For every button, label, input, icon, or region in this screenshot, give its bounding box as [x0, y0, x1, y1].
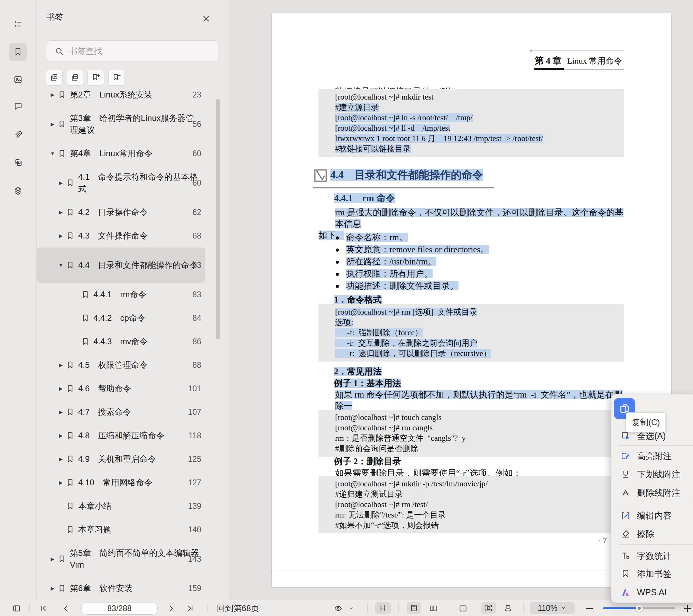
- fit-width-button[interactable]: [501, 600, 515, 616]
- bookmark-item-page: 140: [188, 525, 201, 534]
- word-count-icon: [620, 551, 631, 561]
- collapse-all-button[interactable]: [67, 69, 83, 86]
- rail-thumbnail-icon[interactable]: [9, 71, 27, 88]
- zoom-level-dropdown[interactable]: 110%: [530, 602, 575, 614]
- bookmark-tree-item[interactable]: 4.4.2 cp命令84: [37, 306, 228, 330]
- menu-item[interactable]: 高亮附注: [611, 448, 693, 464]
- menu-item[interactable]: WPS AI: [611, 584, 693, 600]
- bookmark-tree-item[interactable]: ▼第4章 Linux常用命令60: [37, 142, 228, 165]
- bookmark-item-page: 88: [192, 361, 201, 370]
- rail-bookmark-icon[interactable]: [9, 43, 27, 61]
- menu-item[interactable]: 编辑内容: [611, 507, 693, 523]
- header-topline: [532, 50, 624, 51]
- bookmark-tree-item[interactable]: ▶第5章 简约而不简单的文本编辑器Vim143: [37, 541, 228, 577]
- chevron-right-icon[interactable]: ▶: [57, 362, 64, 368]
- two-page-view-button[interactable]: [426, 600, 441, 616]
- bookmark-tree-item[interactable]: ▶4.6 帮助命令101: [37, 377, 228, 400]
- chevron-right-icon[interactable]: ▶: [57, 433, 64, 438]
- last-page-button[interactable]: [183, 600, 197, 616]
- bookmark-tree-item[interactable]: ▶4.9 关机和重启命令125: [37, 447, 228, 471]
- left-icon-rail: [0, 0, 37, 600]
- rail-comment-icon[interactable]: [9, 97, 27, 115]
- doc-section-heading: 4.4 目录和文件都能操作的命令: [330, 168, 483, 182]
- chevron-right-icon[interactable]: ▶: [57, 409, 64, 415]
- bookmark-tree-item[interactable]: ▶4.1 命令提示符和命令的基本格式60: [37, 165, 228, 200]
- menu-item[interactable]: 擦除: [611, 526, 693, 542]
- bookmark-tree-item[interactable]: ▶4.10 常用网络命令127: [37, 471, 228, 494]
- rail-layers-icon[interactable]: [9, 182, 27, 200]
- scroll-mode-button[interactable]: [375, 602, 391, 614]
- rail-attachment-icon[interactable]: [9, 126, 27, 144]
- sidebar-scrollbar[interactable]: [216, 99, 220, 339]
- bookmark-tree-item[interactable]: ▶第6章 软件安装159: [37, 577, 228, 600]
- prev-page-button[interactable]: [59, 600, 73, 616]
- remove-bookmark-button[interactable]: [108, 69, 125, 86]
- menu-item[interactable]: 添加书签: [611, 566, 693, 581]
- chevron-right-icon[interactable]: ▶: [49, 121, 56, 127]
- bookmark-search-input[interactable]: [68, 46, 219, 56]
- single-page-view-button[interactable]: [407, 602, 421, 614]
- bookmark-item-page: 60: [192, 178, 201, 188]
- chevron-down-icon[interactable]: ▼: [57, 262, 64, 268]
- bookmark-item-page: 107: [188, 408, 201, 417]
- chevron-right-icon[interactable]: ▶: [49, 586, 56, 591]
- bookmark-tree-item[interactable]: ▶4.7 搜索命令107: [37, 400, 228, 424]
- bookmark-tree-item[interactable]: 本章习题140: [37, 518, 228, 541]
- add-bookmark-button[interactable]: [87, 69, 104, 86]
- bookmark-tree-item[interactable]: ▶4.8 压缩和解压缩命令118: [37, 424, 228, 447]
- chevron-right-icon[interactable]: ▶: [57, 233, 64, 239]
- expand-all-button[interactable]: [46, 69, 63, 86]
- menu-item[interactable]: 下划线附注: [611, 466, 693, 482]
- read-mode-chevron-icon[interactable]: [346, 600, 356, 616]
- chevron-right-icon[interactable]: ▶: [57, 209, 64, 215]
- bookmark-tree-item[interactable]: ▶第3章 给初学者的Linux服务器管理建议56: [37, 106, 228, 142]
- doc-code-line: [root@localhost ~]# rm /test/: [318, 500, 621, 510]
- bookmark-icon: [66, 408, 75, 417]
- bookmark-tree-item[interactable]: ▶第2章 Linux系统安装23: [37, 89, 228, 106]
- menu-item[interactable]: 字数统计: [611, 548, 693, 564]
- bookmark-tree-item[interactable]: 本章小结139: [37, 494, 228, 518]
- prev-page-icon: [61, 604, 70, 613]
- single-page-icon: [409, 604, 418, 613]
- bookmark-tree-item[interactable]: ▶4.5 权限管理命令88: [37, 353, 228, 377]
- read-mode-icon[interactable]: [331, 600, 345, 616]
- chevron-down-icon[interactable]: ▼: [49, 151, 56, 156]
- scroll-mode-icon: [378, 604, 387, 613]
- chevron-right-icon[interactable]: ▶: [57, 180, 64, 186]
- toolbar-separator: [523, 604, 524, 612]
- next-page-button[interactable]: [164, 600, 178, 616]
- bookmark-item-page: 23: [192, 90, 201, 100]
- zoom-out-button[interactable]: [583, 600, 597, 616]
- bookmark-tree-item[interactable]: ▼4.4 目录和文件都能操作的命令83: [37, 248, 205, 283]
- page-number-input[interactable]: [81, 602, 158, 615]
- chevron-right-icon[interactable]: ▶: [57, 480, 64, 485]
- zoom-slider-handle[interactable]: [636, 605, 643, 612]
- back-to-page-button[interactable]: 回到第68页: [217, 600, 259, 616]
- sidebar-toggle-button[interactable]: [10, 600, 24, 616]
- page-footer: · 7: [599, 536, 607, 545]
- chevron-right-icon[interactable]: ▶: [57, 386, 64, 391]
- layers-icon: [13, 186, 23, 196]
- zoom-slider[interactable]: [603, 607, 675, 609]
- doc-code-line: [root@localhost ~]# rm cangls: [318, 423, 621, 433]
- bookmark-icon: [66, 361, 75, 370]
- bookmark-icon: [81, 314, 90, 323]
- close-icon[interactable]: [200, 12, 212, 25]
- book-view-button[interactable]: [456, 600, 470, 616]
- bookmark-search-box[interactable]: [46, 40, 219, 62]
- bookmark-tree-item[interactable]: 4.4.3 mv命令86: [37, 330, 228, 353]
- menu-item[interactable]: 删除线附注: [611, 485, 693, 501]
- bookmark-tree-item[interactable]: ▶4.3 文件操作命令68: [37, 224, 228, 248]
- chevron-right-icon[interactable]: ▶: [49, 556, 56, 562]
- bookmark-tree-item[interactable]: ▶4.2 目录操作命令62: [37, 200, 228, 224]
- fit-page-button[interactable]: [481, 602, 496, 614]
- first-page-button[interactable]: [37, 600, 50, 616]
- doc-block-h3: 4.4.1 rm 命令: [318, 192, 624, 204]
- chevron-right-icon[interactable]: ▶: [49, 92, 56, 97]
- chevron-right-icon[interactable]: ▶: [57, 456, 64, 462]
- bookmark-icon: [66, 231, 75, 240]
- rail-annotation-list-icon[interactable]: [9, 15, 27, 33]
- underline-annotation-icon: [620, 469, 631, 479]
- rail-export-page-icon[interactable]: [9, 153, 27, 171]
- bookmark-tree-item[interactable]: 4.4.1 rm命令83: [37, 283, 228, 306]
